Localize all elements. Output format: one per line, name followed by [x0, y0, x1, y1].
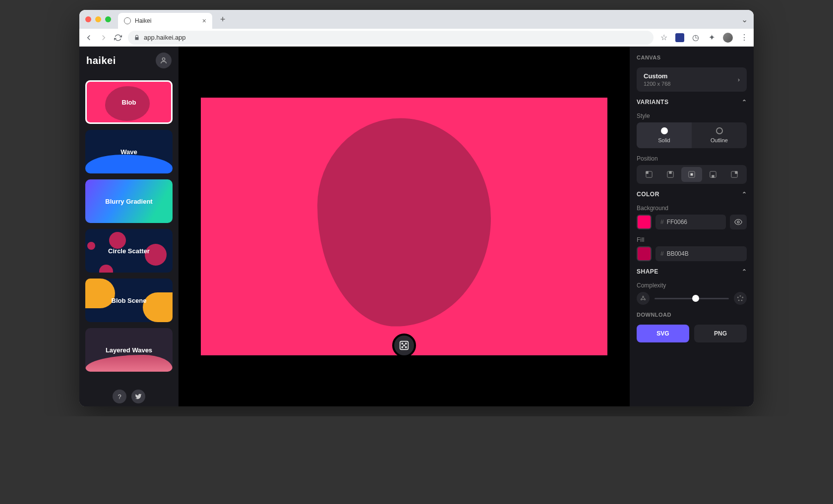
chevron-up-icon: ⌃ — [742, 99, 747, 106]
generator-blurry-gradient[interactable]: Blurry Gradient — [85, 179, 173, 223]
style-toggle: Solid Outline — [637, 122, 747, 148]
complexity-high-icon — [734, 292, 747, 305]
address-bar[interactable]: app.haikei.app — [128, 31, 654, 45]
help-button[interactable]: ? — [113, 390, 126, 403]
reload-button[interactable] — [114, 34, 122, 42]
toolbar-actions: ☆ ◷ ✦ ⋮ — [659, 33, 749, 43]
canvas-section-title: CANVAS — [637, 55, 747, 60]
position-center[interactable] — [681, 167, 702, 182]
variants-section-header[interactable]: VARIANTS ⌃ — [637, 99, 747, 106]
svg-point-19 — [641, 299, 642, 300]
extension-icon-2[interactable]: ◷ — [691, 33, 700, 42]
back-button[interactable] — [84, 33, 93, 42]
svg-point-23 — [741, 300, 742, 301]
brand-bar: haikei — [79, 47, 178, 74]
close-window-button[interactable] — [85, 16, 91, 22]
generator-circle-scatter[interactable]: Circle Scatter — [85, 229, 173, 273]
fill-hex-input[interactable]: #BB004B — [655, 246, 747, 261]
style-label: Style — [637, 112, 747, 119]
complexity-slider[interactable] — [654, 298, 729, 299]
background-visibility-toggle[interactable] — [730, 215, 747, 229]
complexity-low-icon — [637, 292, 650, 305]
svg-point-2 — [402, 343, 403, 344]
svg-rect-16 — [735, 171, 737, 173]
outline-circle-icon — [716, 127, 723, 134]
svg-point-6 — [405, 346, 406, 347]
extension-icon-1[interactable] — [675, 33, 684, 42]
window-controls — [85, 16, 111, 22]
generator-blob[interactable]: Blob — [85, 80, 173, 124]
style-solid[interactable]: Solid — [637, 122, 692, 148]
position-selector — [637, 165, 747, 184]
maximize-window-button[interactable] — [105, 16, 111, 22]
svg-point-0 — [162, 58, 165, 60]
slider-thumb[interactable] — [692, 295, 699, 302]
position-top-left[interactable] — [639, 167, 659, 182]
new-tab-button[interactable]: + — [220, 14, 226, 25]
generator-blob-scene[interactable]: Blob Scene — [85, 279, 173, 322]
dice-icon — [399, 340, 410, 351]
browser-tab[interactable]: Haikei × — [118, 13, 212, 29]
fill-color-swatch[interactable] — [637, 246, 652, 261]
position-top-right[interactable] — [724, 167, 745, 182]
generator-wave[interactable]: Wave — [85, 130, 173, 173]
download-section-title: DOWNLOAD — [637, 312, 747, 318]
canvas-area — [178, 47, 630, 406]
shape-section-header[interactable]: SHAPE ⌃ — [637, 268, 747, 275]
svg-point-3 — [405, 343, 406, 344]
svg-point-17 — [737, 221, 739, 223]
settings-panel: CANVAS Custom 1200 x 768 › VARIANTS ⌃ St… — [630, 47, 754, 406]
randomize-button[interactable] — [392, 334, 416, 355]
background-color-swatch[interactable] — [637, 215, 652, 229]
canvas-size-selector[interactable]: Custom 1200 x 768 › — [637, 67, 747, 92]
extensions-icon[interactable]: ✦ — [707, 33, 716, 42]
background-hex-input[interactable]: #FF0066 — [655, 215, 726, 229]
download-svg-button[interactable]: SVG — [637, 325, 689, 342]
account-button[interactable] — [156, 53, 172, 68]
blob-shape — [317, 118, 491, 327]
position-bottom[interactable] — [703, 167, 723, 182]
canvas — [201, 98, 607, 355]
download-png-button[interactable]: PNG — [694, 325, 747, 342]
svg-point-24 — [738, 300, 739, 301]
eye-icon — [734, 218, 742, 226]
sidebar: haikei Blob Wave Blurry Gradient Circle … — [79, 47, 178, 406]
star-icon[interactable]: ☆ — [659, 33, 668, 42]
position-top[interactable] — [660, 167, 680, 182]
chevron-up-icon: ⌃ — [742, 191, 747, 198]
user-icon — [160, 56, 168, 64]
canvas-size-value: 1200 x 768 — [644, 81, 670, 87]
generator-list: Blob Wave Blurry Gradient Circle Scatter… — [79, 74, 178, 387]
fill-label: Fill — [637, 236, 747, 243]
close-tab-icon[interactable]: × — [202, 17, 206, 25]
profile-avatar[interactable] — [723, 33, 733, 43]
background-label: Background — [637, 205, 747, 212]
titlebar: Haikei × + ⌄ — [79, 10, 754, 29]
svg-point-20 — [644, 299, 645, 300]
svg-rect-12 — [691, 173, 693, 175]
chevron-up-icon: ⌃ — [742, 268, 747, 275]
chevron-right-icon: › — [738, 76, 740, 83]
svg-point-5 — [402, 346, 403, 347]
svg-rect-8 — [646, 171, 648, 173]
twitter-icon — [135, 393, 142, 400]
svg-rect-10 — [669, 171, 671, 173]
menu-icon[interactable]: ⋮ — [740, 33, 749, 42]
svg-point-21 — [740, 295, 741, 296]
globe-icon — [124, 17, 131, 24]
position-label: Position — [637, 155, 747, 162]
color-section-header[interactable]: COLOR ⌃ — [637, 191, 747, 198]
complexity-label: Complexity — [637, 282, 747, 289]
tab-overflow-icon[interactable]: ⌄ — [741, 15, 748, 24]
style-outline[interactable]: Outline — [692, 122, 747, 148]
url-bar: app.haikei.app ☆ ◷ ✦ ⋮ — [79, 29, 754, 47]
generator-layered-waves[interactable]: Layered Waves — [85, 328, 173, 372]
minimize-window-button[interactable] — [95, 16, 101, 22]
app: haikei Blob Wave Blurry Gradient Circle … — [79, 47, 754, 406]
sidebar-footer: ? — [79, 387, 178, 406]
twitter-button[interactable] — [131, 390, 145, 403]
solid-circle-icon — [661, 127, 668, 134]
forward-button[interactable] — [99, 33, 108, 42]
logo: haikei — [86, 55, 116, 66]
url-text: app.haikei.app — [144, 34, 186, 41]
